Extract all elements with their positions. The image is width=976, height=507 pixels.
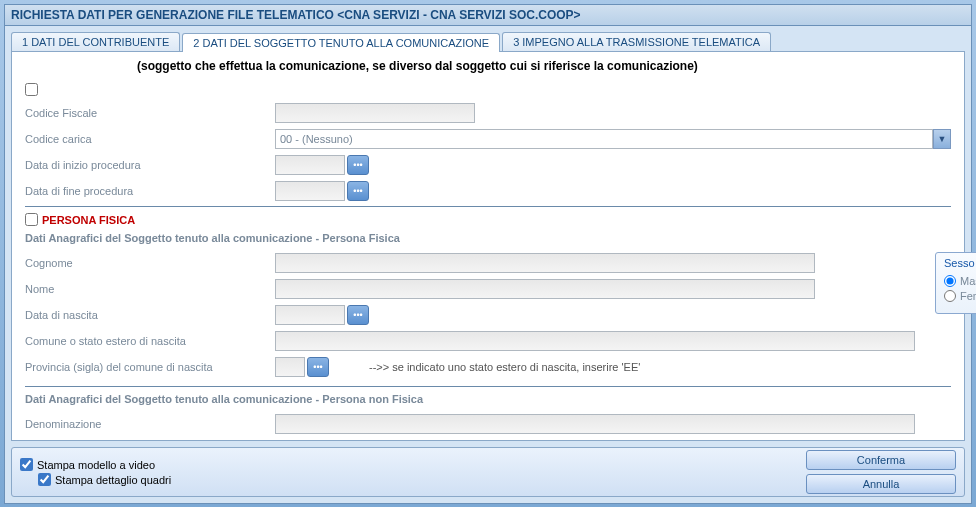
data-inizio-label: Data di inizio procedura (25, 159, 275, 171)
data-nascita-input[interactable] (275, 305, 345, 325)
stampa-dettaglio-checkbox[interactable] (38, 473, 51, 486)
bottom-bar: Stampa modello a video Stampa dettaglio … (11, 447, 965, 497)
codice-fiscale-label: Codice Fiscale (25, 107, 275, 119)
provincia-nascita-label: Provincia (sigla) del comune di nascita (25, 361, 275, 373)
stampa-modello-checkbox[interactable] (20, 458, 33, 471)
tab-bar: 1 DATI DEL CONTRIBUENTE 2 DATI DEL SOGGE… (11, 32, 965, 51)
lookup-icon[interactable]: ••• (307, 357, 329, 377)
date-picker-icon[interactable]: ••• (347, 181, 369, 201)
persona-fisica-title: Dati Anagrafici del Soggetto tenuto alla… (25, 232, 951, 244)
tab-soggetto-comunicazione[interactable]: 2 DATI DEL SOGGETTO TENUTO ALLA COMUNICA… (182, 33, 500, 52)
data-inizio-input[interactable] (275, 155, 345, 175)
divider (25, 386, 951, 387)
sesso-maschio-label: Maschio (960, 275, 976, 287)
date-picker-icon[interactable]: ••• (347, 155, 369, 175)
tab-subtitle: (soggetto che effettua la comunicazione,… (17, 57, 959, 79)
persona-non-fisica-title: Dati Anagrafici del Soggetto tenuto alla… (25, 393, 951, 405)
codice-carica-label: Codice carica (25, 133, 275, 145)
tab-impegno-trasmissione[interactable]: 3 IMPEGNO ALLA TRASMISSIONE TELEMATICA (502, 32, 771, 51)
cognome-input[interactable] (275, 253, 815, 273)
cognome-label: Cognome (25, 257, 275, 269)
persona-fisica-checkbox[interactable] (25, 213, 38, 226)
nome-input[interactable] (275, 279, 815, 299)
stampa-dettaglio-label: Stampa dettaglio quadri (55, 474, 171, 486)
data-fine-label: Data di fine procedura (25, 185, 275, 197)
sesso-femmina-radio[interactable] (944, 290, 956, 302)
date-picker-icon[interactable]: ••• (347, 305, 369, 325)
denominazione-input[interactable] (275, 414, 915, 434)
tab-contribuente[interactable]: 1 DATI DEL CONTRIBUENTE (11, 32, 180, 51)
conferma-button[interactable]: Conferma (806, 450, 956, 470)
stampa-modello-label: Stampa modello a video (37, 459, 155, 471)
provincia-hint: -->> se indicato uno stato estero di nas… (369, 361, 640, 373)
codice-carica-select[interactable]: 00 - (Nessuno) (275, 129, 933, 149)
comune-nascita-input[interactable] (275, 331, 915, 351)
sesso-title: Sesso (944, 257, 976, 269)
chevron-down-icon[interactable]: ▼ (933, 129, 951, 149)
top-checkbox[interactable] (25, 83, 38, 96)
sesso-femmina-label: Femmina (960, 290, 976, 302)
data-fine-input[interactable] (275, 181, 345, 201)
sesso-maschio-radio[interactable] (944, 275, 956, 287)
window-title: RICHIESTA DATI PER GENERAZIONE FILE TELE… (4, 4, 972, 26)
comune-nascita-label: Comune o stato estero di nascita (25, 335, 275, 347)
data-nascita-label: Data di nascita (25, 309, 275, 321)
codice-fiscale-input[interactable] (275, 103, 475, 123)
annulla-button[interactable]: Annulla (806, 474, 956, 494)
nome-label: Nome (25, 283, 275, 295)
sesso-group: Sesso Maschio Femmina (935, 252, 976, 314)
denominazione-label: Denominazione (25, 418, 275, 430)
persona-fisica-label: PERSONA FISICA (42, 214, 135, 226)
provincia-nascita-input[interactable] (275, 357, 305, 377)
divider (25, 206, 951, 207)
